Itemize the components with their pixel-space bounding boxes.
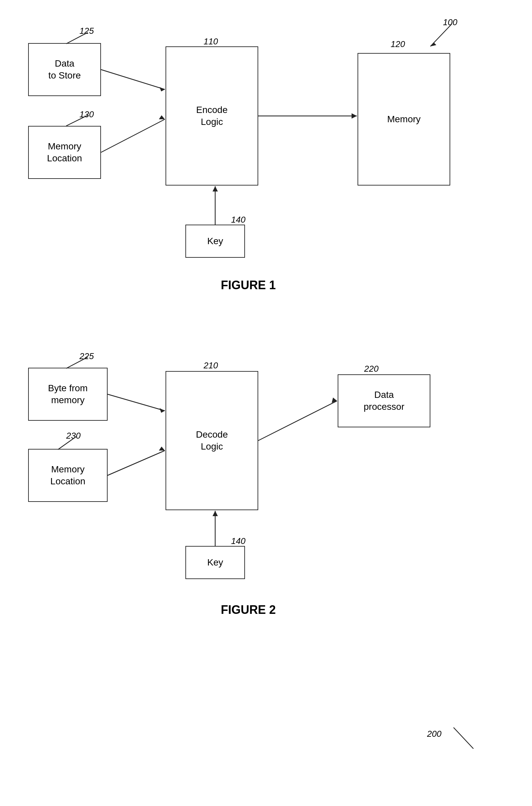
ref-130: 130: [79, 109, 94, 120]
byte-from-memory-label: Byte frommemory: [48, 382, 88, 406]
ref-100: 100: [443, 17, 457, 28]
figure1-label: FIGURE 1: [182, 278, 315, 292]
svg-marker-7: [159, 115, 165, 119]
encode-logic-label: EncodeLogic: [196, 104, 228, 128]
svg-marker-1: [430, 42, 436, 47]
decode-logic-box: DecodeLogic: [166, 371, 258, 510]
memory-location-2-label: MemoryLocation: [50, 463, 86, 488]
ref-200: 200: [427, 729, 441, 739]
key-1-label: Key: [207, 235, 223, 247]
svg-line-22: [454, 728, 473, 749]
svg-line-6: [101, 119, 165, 152]
data-to-store-label: Datato Store: [48, 58, 81, 82]
data-processor-box: Dataprocessor: [338, 374, 430, 427]
svg-marker-11: [212, 186, 218, 191]
svg-marker-9: [352, 113, 357, 118]
data-to-store-box: Datato Store: [28, 43, 101, 96]
svg-marker-19: [332, 398, 337, 403]
key-1-box: Key: [185, 225, 245, 258]
svg-marker-21: [212, 511, 218, 516]
svg-marker-17: [159, 446, 165, 451]
key-2-box: Key: [185, 546, 245, 579]
svg-line-14: [108, 394, 165, 411]
memory-label: Memory: [387, 113, 420, 125]
memory-location-2-box: MemoryLocation: [28, 449, 108, 502]
memory-location-1-label: MemoryLocation: [47, 141, 82, 165]
byte-from-memory-box: Byte frommemory: [28, 368, 108, 421]
svg-marker-5: [159, 87, 165, 91]
page: 100 125 Datato Store 130 MemoryLocation …: [0, 0, 532, 806]
encode-logic-box: EncodeLogic: [166, 47, 258, 185]
memory-location-1-box: MemoryLocation: [28, 126, 101, 179]
svg-line-18: [258, 401, 337, 441]
ref-230: 230: [66, 431, 80, 441]
data-processor-label: Dataprocessor: [364, 389, 404, 413]
memory-box: Memory: [358, 53, 450, 185]
decode-logic-label: DecodeLogic: [196, 429, 228, 453]
ref-140-fig2: 140: [231, 536, 245, 546]
key-2-label: Key: [207, 556, 223, 568]
svg-marker-15: [159, 408, 165, 413]
ref-125: 125: [79, 26, 94, 36]
ref-220: 220: [364, 364, 378, 374]
ref-210: 210: [204, 361, 218, 371]
figure2-label: FIGURE 2: [182, 603, 315, 617]
ref-120: 120: [391, 39, 405, 49]
svg-line-16: [108, 451, 165, 475]
ref-225: 225: [79, 351, 94, 362]
ref-140-fig1: 140: [231, 215, 245, 225]
ref-110: 110: [204, 36, 218, 47]
svg-line-4: [101, 70, 165, 89]
